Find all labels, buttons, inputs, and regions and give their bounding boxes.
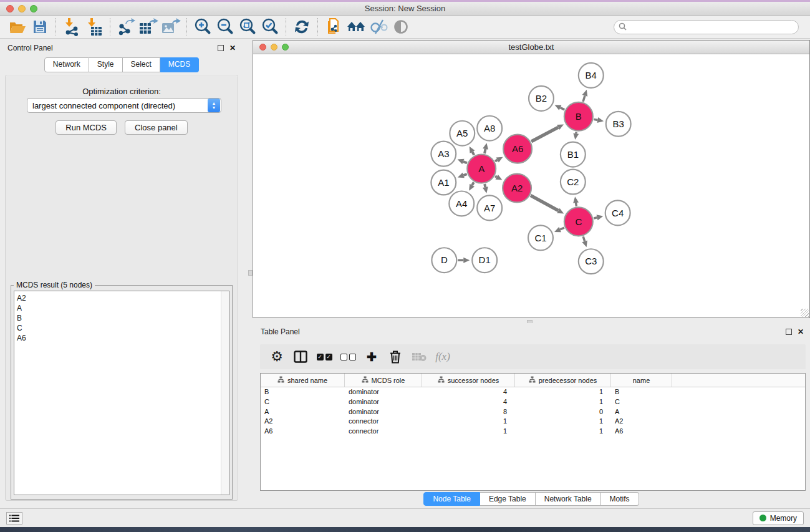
open-session-button[interactable] [6,17,29,37]
graph-edge[interactable] [472,182,474,185]
column-header-predecessor-nodes[interactable]: predecessor nodes [515,374,611,387]
select-all-columns-button[interactable]: ✓ ✓ [312,347,336,367]
export-table-button[interactable] [137,17,160,37]
graph-node-A2[interactable]: A2 [503,174,531,203]
graph-node-B[interactable]: B [564,102,593,131]
home-button[interactable] [345,17,367,37]
graph-node-C1[interactable]: C1 [528,225,553,250]
table-cell[interactable]: A2 [611,417,672,427]
graph-edge[interactable] [463,162,467,163]
mcds-result-item[interactable]: A6 [17,333,229,343]
graph-node-B3[interactable]: B3 [606,112,631,137]
network-overview-button[interactable] [322,17,345,37]
graph-edge[interactable] [560,228,564,230]
table-cell[interactable]: 4 [422,387,515,397]
table-cell[interactable]: A [611,407,672,417]
mcds-result-item[interactable]: C [17,323,229,333]
import-table-button[interactable] [83,17,105,37]
graph-node-A5[interactable]: A5 [450,121,475,146]
table-cell[interactable]: 4 [422,397,515,407]
table-row[interactable]: Bdominator41B [261,387,805,397]
hide-glasses-button[interactable] [367,17,390,37]
task-history-button[interactable] [6,512,22,525]
graph-edge[interactable] [463,174,466,175]
table-tab-motifs[interactable]: Motifs [601,492,639,506]
graph-edge[interactable] [531,127,558,142]
table-cell[interactable]: C [261,397,345,407]
graph-node-A6[interactable]: A6 [503,135,532,163]
close-panel-button[interactable]: Close panel [125,120,188,135]
table-cell[interactable]: 1 [422,417,515,427]
table-tab-network-table[interactable]: Network Table [536,492,601,506]
column-header-successor-nodes[interactable]: successor nodes [422,374,515,387]
tab-network[interactable]: Network [44,57,89,72]
graph-node-A4[interactable]: A4 [449,191,474,216]
graph-node-C2[interactable]: C2 [561,170,586,195]
unselect-all-columns-button[interactable] [336,347,360,367]
graph-node-A7[interactable]: A7 [477,195,502,220]
search-input[interactable] [614,20,799,34]
function-builder-button[interactable]: f(x) [431,347,455,367]
table-tab-edge-table[interactable]: Edge Table [480,492,536,506]
table-cell[interactable]: 1 [422,427,515,437]
graph-edge[interactable] [495,160,498,161]
criterion-dropdown[interactable]: largest connected component (directed) ▲… [27,98,221,113]
graph-edge[interactable] [495,176,497,177]
split-pane-handle[interactable] [248,270,253,276]
show-eye-button[interactable] [390,17,412,37]
column-header-MCDS-role[interactable]: MCDS role [345,374,422,387]
table-row[interactable]: Adominator80A [261,407,805,417]
table-cell[interactable]: A6 [261,427,345,437]
graph-node-C3[interactable]: C3 [579,249,604,274]
scrollbar-track[interactable] [221,291,229,495]
graph-node-B1[interactable]: B1 [561,142,586,167]
graph-edge[interactable] [583,236,584,241]
table-cell[interactable]: 1 [515,417,611,427]
table-cell[interactable]: B [611,387,672,397]
table-cell[interactable]: B [261,387,345,397]
zoom-out-button[interactable] [214,17,236,37]
graph-edge[interactable] [561,108,565,110]
graph-edge[interactable] [594,218,597,218]
graph-edge[interactable] [485,184,485,187]
graph-node-A[interactable]: A [467,155,496,183]
table-cell[interactable]: 1 [515,427,611,437]
delete-column-button[interactable] [383,347,407,367]
save-session-button[interactable] [29,17,51,37]
table-cell[interactable]: connector [345,417,422,427]
memory-button[interactable]: Memory [753,511,804,525]
table-cell[interactable]: A2 [261,417,345,427]
float-panel-icon[interactable] [218,45,224,51]
graph-node-A1[interactable]: A1 [431,170,456,195]
tab-style[interactable]: Style [89,57,123,72]
delete-table-button[interactable] [407,347,431,367]
graph-edge[interactable] [472,152,474,155]
graph-node-A8[interactable]: A8 [477,116,502,141]
run-mcds-button[interactable]: Run MCDS [55,120,117,135]
mcds-result-item[interactable]: B [17,313,229,323]
table-cell[interactable]: dominator [345,407,422,417]
mcds-result-item[interactable]: A2 [17,293,229,303]
close-panel-icon[interactable]: ✕ [229,45,236,51]
table-row[interactable]: A2connector11A2 [261,417,805,427]
zoom-fit-button[interactable] [236,17,259,37]
close-panel-icon[interactable]: ✕ [798,329,804,335]
table-row[interactable]: A6connector11A6 [261,427,805,437]
graph-edge[interactable] [583,95,585,102]
table-cell[interactable]: 1 [515,397,611,407]
apply-layout-button[interactable] [291,17,313,37]
resize-gripper-icon[interactable] [801,309,809,317]
table-cell[interactable]: C [611,397,672,407]
tab-mcds[interactable]: MCDS [160,57,199,72]
column-header-name[interactable]: name [611,374,672,387]
graph-node-B4[interactable]: B4 [579,63,604,88]
table-cell[interactable]: connector [345,427,422,437]
tab-select[interactable]: Select [123,57,160,72]
graph-node-A3[interactable]: A3 [431,142,456,167]
network-canvas[interactable]: B4B2BB3A8A5A6B1A3AC2A1A2A4A7C4CC1DD1C3 [253,54,809,317]
graph-edge[interactable] [485,149,485,153]
table-row[interactable]: Cdominator41C [261,397,805,407]
mcds-result-item[interactable]: A [17,303,229,313]
create-column-button[interactable]: ✚ [360,347,383,367]
export-network-button[interactable] [115,17,137,37]
